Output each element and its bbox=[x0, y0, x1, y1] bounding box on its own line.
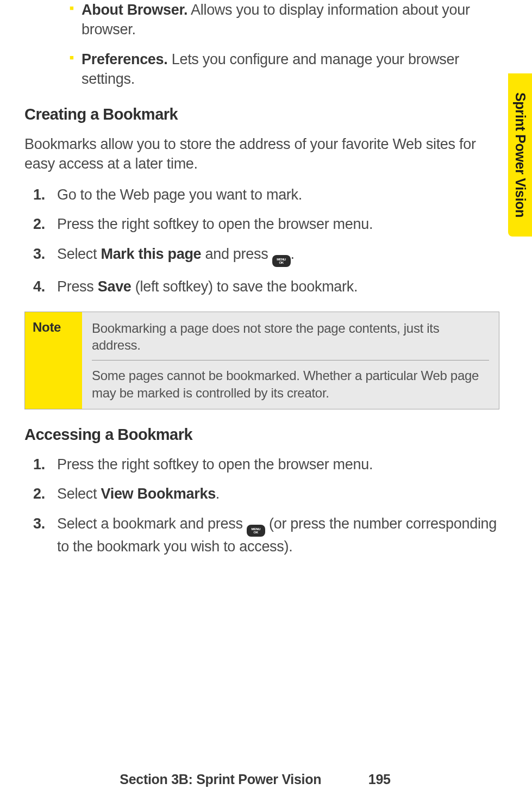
step-text: Press bbox=[57, 278, 98, 295]
step-text: . bbox=[291, 246, 295, 262]
page-number: 195 bbox=[368, 772, 391, 787]
step-item: Press the right softkey to open the brow… bbox=[24, 455, 499, 474]
note-divider bbox=[92, 360, 489, 361]
note-paragraph: Some pages cannot be bookmarked. Whether… bbox=[92, 367, 489, 401]
step-bold: View Bookmarks bbox=[101, 486, 215, 502]
section-intro: Bookmarks allow you to store the address… bbox=[24, 134, 499, 174]
steps-list-accessing: Press the right softkey to open the brow… bbox=[24, 455, 499, 556]
steps-list-creating: Go to the Web page you want to mark. Pre… bbox=[24, 185, 499, 296]
step-item: Press Save (left softkey) to save the bo… bbox=[24, 277, 499, 296]
footer-section: Section 3B: Sprint Power Vision bbox=[120, 772, 321, 787]
menu-ok-key-icon: MENUOK bbox=[272, 255, 291, 267]
step-item: Go to the Web page you want to mark. bbox=[24, 185, 499, 204]
list-item: About Browser. Allows you to display inf… bbox=[24, 0, 499, 40]
step-text: Select a bookmark and press bbox=[57, 515, 247, 532]
bullet-term: About Browser. bbox=[82, 2, 187, 18]
bullet-term: Preferences. bbox=[82, 51, 168, 67]
step-item: Select a bookmark and press MENUOK (or p… bbox=[24, 514, 499, 556]
step-text: . bbox=[216, 486, 220, 502]
note-paragraph: Bookmarking a page does not store the pa… bbox=[92, 320, 489, 353]
step-text: Select bbox=[57, 486, 101, 502]
step-item: Select View Bookmarks. bbox=[24, 484, 499, 504]
step-item: Press the right softkey to open the brow… bbox=[24, 214, 499, 234]
note-label: Note bbox=[25, 312, 82, 409]
step-text: Press the right softkey to open the brow… bbox=[57, 456, 373, 473]
heading-accessing-bookmark: Accessing a Bookmark bbox=[24, 426, 499, 444]
note-box: Note Bookmarking a page does not store t… bbox=[24, 312, 499, 409]
step-text: and press bbox=[201, 246, 272, 262]
step-text: Go to the Web page you want to mark. bbox=[57, 187, 302, 203]
step-bold: Save bbox=[98, 278, 132, 295]
page-footer: Section 3B: Sprint Power Vision 195 bbox=[0, 772, 532, 787]
step-text: Select bbox=[57, 246, 101, 262]
intro-bullet-list: About Browser. Allows you to display inf… bbox=[24, 0, 499, 89]
heading-creating-bookmark: Creating a Bookmark bbox=[24, 105, 499, 123]
side-tab: Sprint Power Vision bbox=[508, 73, 532, 237]
menu-ok-key-icon: MENUOK bbox=[247, 525, 265, 537]
page-content: About Browser. Allows you to display inf… bbox=[0, 0, 532, 556]
side-tab-label: Sprint Power Vision bbox=[512, 92, 528, 217]
note-body: Bookmarking a page does not store the pa… bbox=[82, 312, 499, 409]
step-text: Press the right softkey to open the brow… bbox=[57, 216, 373, 232]
step-text: (left softkey) to save the bookmark. bbox=[132, 278, 358, 295]
step-item: Select Mark this page and press MENUOK. bbox=[24, 244, 499, 267]
list-item: Preferences. Lets you configure and mana… bbox=[24, 49, 499, 89]
step-bold: Mark this page bbox=[101, 246, 201, 262]
